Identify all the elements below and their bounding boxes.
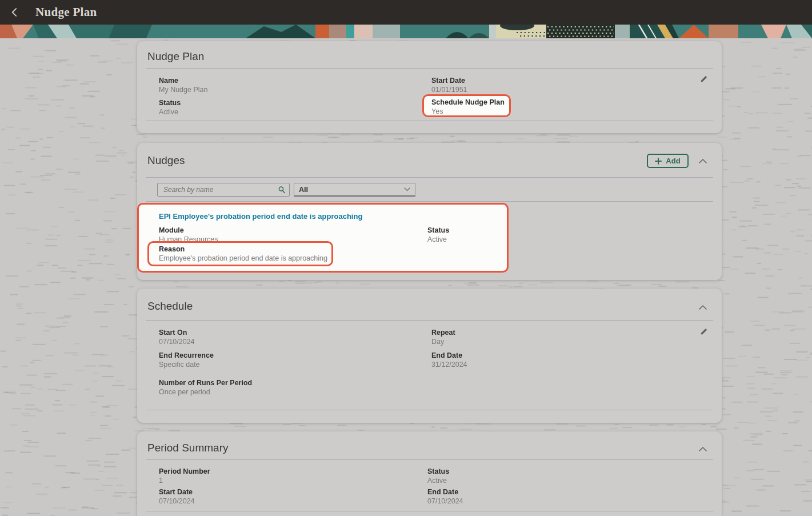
field-start-on: Start On 07/10/2024 bbox=[159, 329, 195, 347]
field-value: Active bbox=[427, 235, 449, 245]
field-period-status: Status Active bbox=[427, 467, 449, 486]
divider bbox=[146, 68, 713, 69]
field-label: Status bbox=[427, 226, 449, 235]
field-nudge-status: Status Active bbox=[427, 226, 449, 245]
section-title-nudge-plan: Nudge Plan bbox=[147, 50, 204, 63]
section-title-nudges: Nudges bbox=[147, 154, 185, 167]
field-value: Once per period bbox=[159, 387, 252, 397]
field-reason: Reason Employee's probation period end d… bbox=[159, 245, 331, 263]
chevron-left-icon bbox=[10, 7, 19, 17]
pencil-icon bbox=[699, 75, 708, 83]
divider bbox=[146, 177, 713, 178]
field-label: End Date bbox=[427, 488, 463, 497]
module-filter-dropdown[interactable]: All bbox=[294, 183, 415, 197]
field-value: Yes bbox=[431, 107, 509, 117]
field-period-start-date: Start Date 07/10/2024 bbox=[159, 488, 195, 506]
nudge-plan-card: Nudge Plan Name My Nudge Plan Status Act… bbox=[137, 41, 722, 133]
field-label: Repeat bbox=[431, 329, 455, 337]
field-label: Start On bbox=[159, 329, 195, 337]
add-nudge-button[interactable]: Add bbox=[647, 154, 689, 168]
search-icon[interactable] bbox=[278, 186, 286, 194]
field-value: Active bbox=[159, 107, 181, 117]
divider bbox=[146, 511, 713, 511]
chevron-up-icon bbox=[699, 305, 707, 310]
divider bbox=[146, 121, 713, 121]
divider bbox=[146, 201, 713, 202]
field-label: Status bbox=[427, 467, 449, 476]
search-field bbox=[157, 183, 290, 197]
period-summary-card: Period Summary Period Number 1 Status Ac… bbox=[137, 431, 722, 516]
section-title-schedule: Schedule bbox=[147, 300, 193, 313]
field-end-recurrence: End Recurrence Specific date bbox=[159, 351, 214, 370]
field-value: My Nudge Plan bbox=[159, 85, 207, 95]
field-value: 07/10/2024 bbox=[159, 497, 195, 506]
field-period-number: Period Number 1 bbox=[159, 467, 210, 486]
field-label: End Recurrence bbox=[159, 351, 214, 360]
field-name: Name My Nudge Plan bbox=[159, 77, 207, 95]
search-input[interactable] bbox=[162, 185, 278, 194]
chevron-down-icon bbox=[404, 187, 410, 191]
decorative-banner bbox=[0, 25, 812, 38]
field-label: End Date bbox=[431, 351, 467, 360]
chevron-up-icon bbox=[699, 158, 707, 163]
field-value: Active bbox=[427, 476, 449, 486]
field-schedule-nudge-plan: Schedule Nudge Plan Yes bbox=[431, 98, 509, 117]
nudge-item-link[interactable]: EPI Employee's probation period end date… bbox=[159, 212, 362, 221]
field-label: Period Number bbox=[159, 467, 210, 476]
field-value: 31/12/2024 bbox=[431, 360, 467, 370]
field-end-date: End Date 31/12/2024 bbox=[431, 351, 467, 370]
field-label: Reason bbox=[159, 245, 331, 254]
highlight-reason: Reason Employee's probation period end d… bbox=[147, 241, 333, 266]
field-label: Name bbox=[159, 77, 207, 85]
field-value: Day bbox=[431, 337, 455, 347]
app-header: Nudge Plan bbox=[0, 0, 812, 25]
field-repeat: Repeat Day bbox=[431, 329, 455, 347]
field-status: Status Active bbox=[159, 99, 181, 117]
chevron-up-icon bbox=[699, 446, 707, 451]
field-value: 07/10/2024 bbox=[427, 497, 463, 506]
edit-schedule-button[interactable] bbox=[699, 327, 708, 338]
field-value: Employee's probation period end date is … bbox=[159, 254, 331, 263]
collapse-period-summary-button[interactable] bbox=[698, 444, 708, 453]
field-value: 07/10/2024 bbox=[159, 337, 195, 347]
back-button[interactable] bbox=[6, 4, 23, 21]
field-label: Module bbox=[159, 226, 218, 235]
add-button-label: Add bbox=[666, 157, 680, 165]
field-start-date: Start Date 01/01/1951 bbox=[431, 77, 467, 95]
highlight-schedule-nudge-plan: Schedule Nudge Plan Yes bbox=[422, 94, 511, 117]
field-value: Specific date bbox=[159, 360, 214, 370]
field-value: 1 bbox=[159, 476, 210, 486]
divider bbox=[146, 320, 713, 321]
section-title-period-summary: Period Summary bbox=[147, 442, 229, 454]
nudges-card: Nudges Add All EPI Employee's probation … bbox=[137, 143, 722, 280]
collapse-nudges-button[interactable] bbox=[698, 156, 708, 165]
field-label: Status bbox=[159, 99, 181, 107]
page-title: Nudge Plan bbox=[35, 5, 97, 19]
schedule-card: Schedule Start On 07/10/2024 Repeat Day … bbox=[137, 289, 722, 423]
edit-plan-button[interactable] bbox=[699, 75, 708, 86]
plus-icon bbox=[655, 158, 662, 165]
pencil-icon bbox=[699, 327, 708, 336]
field-period-end-date: End Date 07/10/2024 bbox=[427, 488, 463, 506]
field-label: Start Date bbox=[159, 488, 195, 497]
field-label: Start Date bbox=[431, 77, 467, 85]
highlight-nudge-item: EPI Employee's probation period end date… bbox=[137, 203, 509, 273]
field-label: Schedule Nudge Plan bbox=[431, 98, 509, 107]
field-runs-per-period: Number of Runs Per Period Once per perio… bbox=[159, 379, 252, 397]
dropdown-selected-value: All bbox=[299, 186, 308, 194]
field-label: Number of Runs Per Period bbox=[159, 379, 252, 387]
divider bbox=[146, 459, 713, 460]
divider bbox=[146, 410, 713, 410]
field-value: 01/01/1951 bbox=[431, 85, 467, 95]
collapse-schedule-button[interactable] bbox=[698, 302, 708, 311]
